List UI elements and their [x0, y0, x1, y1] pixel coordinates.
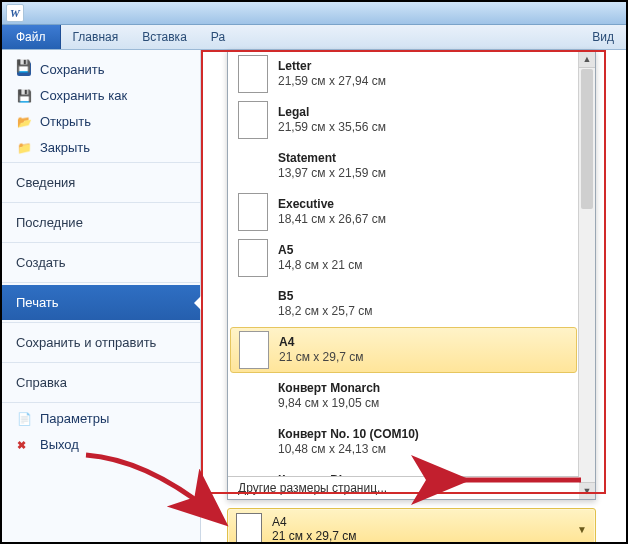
backstage-recent[interactable]: Последние	[2, 205, 200, 240]
backstage-share[interactable]: Сохранить и отправить	[2, 325, 200, 360]
page-thumb-icon	[239, 331, 269, 369]
paper-size-item[interactable]: Legal21,59 см x 35,56 см	[228, 97, 579, 143]
paper-size-dim: 13,97 см x 21,59 см	[278, 166, 386, 181]
paper-size-name: B5	[278, 289, 373, 304]
paper-size-dim: 18,2 см x 25,7 см	[278, 304, 373, 319]
ribbon-tabs: Файл Главная Вставка Ра Вид	[2, 25, 626, 50]
paper-size-item[interactable]: B518,2 см x 25,7 см	[228, 281, 579, 327]
tab-file[interactable]: Файл	[2, 25, 61, 49]
page-thumb-icon	[238, 239, 268, 277]
paper-size-dim: 18,41 см x 26,67 см	[278, 212, 386, 227]
paper-size-item[interactable]: A421 см x 29,7 см	[230, 327, 577, 373]
backstage-open[interactable]: Открыть	[2, 108, 200, 134]
tab-partial[interactable]: Ра	[199, 25, 237, 49]
page-thumb-icon	[238, 193, 268, 231]
backstage-save-as[interactable]: Сохранить как	[2, 82, 200, 108]
chevron-down-icon: ▼	[577, 524, 587, 535]
paper-size-dim: 10,48 см x 24,13 см	[278, 442, 419, 457]
paper-size-item[interactable]: Executive18,41 см x 26,67 см	[228, 189, 579, 235]
paper-size-name: Letter	[278, 59, 386, 74]
backstage-new[interactable]: Создать	[2, 245, 200, 280]
label: Сохранить	[40, 62, 105, 77]
paper-size-item[interactable]: Letter21,59 см x 27,94 см	[228, 51, 579, 97]
backstage-print[interactable]: Печать	[2, 285, 200, 320]
window-titlebar: W	[2, 2, 626, 25]
label: Закрыть	[40, 140, 90, 155]
backstage-save[interactable]: Сохранить	[2, 56, 200, 82]
paper-size-dim: 9,84 см x 19,05 см	[278, 396, 380, 411]
paper-size-name: A5	[278, 243, 363, 258]
save-icon	[16, 61, 32, 77]
paper-size-name: Executive	[278, 197, 386, 212]
tab-home[interactable]: Главная	[61, 25, 131, 49]
print-settings-area: Letter21,59 см x 27,94 смLegal21,59 см x…	[201, 50, 626, 544]
paper-size-name: Конверт No. 10 (COM10)	[278, 427, 419, 442]
backstage-close[interactable]: Закрыть	[2, 134, 200, 160]
dropdown-scrollbar[interactable]: ▲ ▼	[578, 51, 595, 499]
label: Выход	[40, 437, 79, 452]
paper-size-name: Legal	[278, 105, 386, 120]
open-folder-icon	[16, 113, 32, 129]
more-page-sizes[interactable]: Другие размеры страниц...	[228, 476, 579, 499]
label: Другие размеры страниц...	[238, 481, 387, 495]
paper-size-item[interactable]: Конверт Monarch9,84 см x 19,05 см	[228, 373, 579, 419]
current-size-dim: 21 см x 29,7 см	[272, 529, 567, 543]
exit-icon	[16, 436, 32, 452]
paper-size-name: Statement	[278, 151, 386, 166]
scroll-thumb[interactable]	[581, 69, 593, 209]
paper-size-name: A4	[279, 335, 364, 350]
paper-size-dropdown: Letter21,59 см x 27,94 смLegal21,59 см x…	[227, 50, 596, 500]
label: Открыть	[40, 114, 91, 129]
app-icon: W	[6, 4, 24, 22]
save-as-icon	[16, 87, 32, 103]
tab-view[interactable]: Вид	[580, 25, 626, 49]
paper-size-name: Конверт Monarch	[278, 381, 380, 396]
paper-size-selector[interactable]: A4 21 см x 29,7 см ▼	[227, 508, 596, 544]
page-thumb-icon	[238, 101, 268, 139]
backstage-options[interactable]: Параметры	[2, 405, 200, 431]
paper-size-dim: 21,59 см x 27,94 см	[278, 74, 386, 89]
tab-insert[interactable]: Вставка	[130, 25, 199, 49]
paper-size-item[interactable]: Statement13,97 см x 21,59 см	[228, 143, 579, 189]
label: Параметры	[40, 411, 109, 426]
paper-size-item[interactable]: Конверт No. 10 (COM10)10,48 см x 24,13 с…	[228, 419, 579, 465]
backstage-menu: Сохранить Сохранить как Открыть Закрыть …	[2, 50, 201, 544]
current-size-name: A4	[272, 515, 567, 529]
paper-size-dim: 21,59 см x 35,56 см	[278, 120, 386, 135]
scroll-up-icon[interactable]: ▲	[579, 51, 595, 68]
paper-size-item[interactable]: A514,8 см x 21 см	[228, 235, 579, 281]
backstage-exit[interactable]: Выход	[2, 431, 200, 457]
backstage-help[interactable]: Справка	[2, 365, 200, 400]
label: Сохранить как	[40, 88, 127, 103]
page-thumb-icon	[238, 55, 268, 93]
close-folder-icon	[16, 139, 32, 155]
page-thumb-icon	[236, 513, 262, 544]
paper-size-dim: 21 см x 29,7 см	[279, 350, 364, 365]
scroll-down-icon[interactable]: ▼	[579, 482, 595, 499]
options-icon	[16, 410, 32, 426]
paper-size-dim: 14,8 см x 21 см	[278, 258, 363, 273]
backstage-info[interactable]: Сведения	[2, 165, 200, 200]
